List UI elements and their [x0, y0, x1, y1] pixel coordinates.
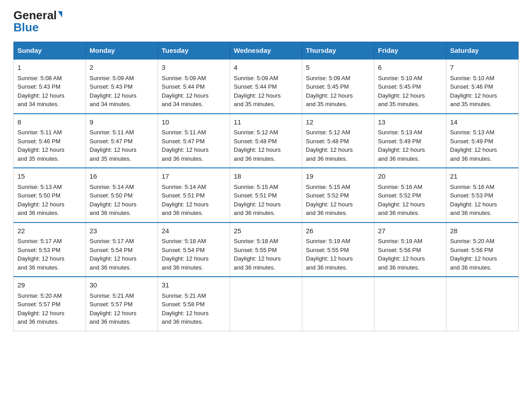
calendar-day-cell: 29 Sunrise: 5:20 AM Sunset: 5:57 PM Dayl…: [14, 277, 86, 331]
calendar-day-cell: 4 Sunrise: 5:09 AM Sunset: 5:44 PM Dayli…: [230, 59, 302, 114]
day-sunrise: Sunrise: 5:12 AM: [306, 129, 350, 136]
day-sunset: Sunset: 5:52 PM: [306, 192, 349, 199]
day-daylight-cont: and 35 minutes.: [378, 101, 420, 107]
day-sunset: Sunset: 5:56 PM: [450, 247, 493, 253]
day-daylight-cont: and 36 minutes.: [306, 155, 348, 162]
calendar-day-cell: 31 Sunrise: 5:21 AM Sunset: 5:58 PM Dayl…: [158, 277, 230, 331]
day-sunset: Sunset: 5:49 PM: [378, 138, 421, 145]
day-daylight-cont: and 35 minutes.: [450, 101, 492, 107]
calendar-day-cell: 2 Sunrise: 5:09 AM Sunset: 5:43 PM Dayli…: [86, 59, 158, 114]
day-daylight: Daylight: 12 hours: [162, 310, 209, 317]
calendar-header-row: SundayMondayTuesdayWednesdayThursdayFrid…: [14, 42, 519, 60]
day-daylight: Daylight: 12 hours: [234, 255, 281, 262]
day-daylight-cont: and 36 minutes.: [90, 210, 131, 216]
calendar-day-cell: 20 Sunrise: 5:16 AM Sunset: 5:52 PM Dayl…: [374, 168, 446, 223]
day-daylight-cont: and 34 minutes.: [162, 101, 203, 107]
day-sunset: Sunset: 5:50 PM: [90, 192, 133, 199]
calendar-day-cell: 12 Sunrise: 5:12 AM Sunset: 5:48 PM Dayl…: [302, 114, 374, 168]
day-daylight-cont: and 36 minutes.: [234, 210, 275, 216]
day-sunset: Sunset: 5:58 PM: [162, 301, 205, 308]
calendar-day-cell: 18 Sunrise: 5:15 AM Sunset: 5:51 PM Dayl…: [230, 168, 302, 223]
calendar-week-row: 1 Sunrise: 5:08 AM Sunset: 5:43 PM Dayli…: [14, 59, 519, 114]
day-daylight-cont: and 36 minutes.: [17, 210, 59, 216]
day-sunset: Sunset: 5:55 PM: [234, 247, 277, 253]
day-sunrise: Sunrise: 5:13 AM: [378, 129, 422, 136]
day-sunrise: Sunrise: 5:11 AM: [90, 129, 134, 136]
day-daylight: Daylight: 12 hours: [17, 201, 64, 208]
calendar-week-row: 8 Sunrise: 5:11 AM Sunset: 5:46 PM Dayli…: [14, 114, 519, 168]
day-number: 6: [378, 63, 442, 73]
col-header-saturday: Saturday: [446, 42, 519, 60]
day-sunset: Sunset: 5:46 PM: [450, 83, 493, 90]
calendar-week-row: 29 Sunrise: 5:20 AM Sunset: 5:57 PM Dayl…: [14, 277, 519, 331]
day-sunrise: Sunrise: 5:19 AM: [378, 238, 422, 244]
day-sunrise: Sunrise: 5:17 AM: [90, 238, 134, 244]
day-sunset: Sunset: 5:50 PM: [17, 192, 60, 199]
day-sunset: Sunset: 5:53 PM: [17, 247, 60, 253]
day-daylight: Daylight: 12 hours: [90, 201, 137, 208]
logo: General Blue: [13, 9, 62, 34]
day-daylight-cont: and 36 minutes.: [17, 318, 59, 325]
day-number: 4: [234, 63, 298, 73]
day-daylight: Daylight: 12 hours: [90, 255, 137, 262]
day-sunset: Sunset: 5:57 PM: [17, 301, 60, 308]
day-number: 8: [17, 117, 82, 128]
day-daylight: Daylight: 12 hours: [17, 255, 64, 262]
day-daylight-cont: and 36 minutes.: [90, 318, 131, 325]
day-sunrise: Sunrise: 5:20 AM: [450, 238, 494, 244]
calendar-day-cell: 26 Sunrise: 5:19 AM Sunset: 5:55 PM Dayl…: [302, 223, 374, 277]
calendar-table: SundayMondayTuesdayWednesdayThursdayFrid…: [13, 42, 519, 331]
col-header-wednesday: Wednesday: [230, 42, 302, 60]
calendar-week-row: 15 Sunrise: 5:13 AM Sunset: 5:50 PM Dayl…: [14, 168, 519, 223]
calendar-day-cell: 10 Sunrise: 5:11 AM Sunset: 5:47 PM Dayl…: [158, 114, 230, 168]
day-daylight: Daylight: 12 hours: [17, 146, 64, 153]
calendar-day-cell: 8 Sunrise: 5:11 AM Sunset: 5:46 PM Dayli…: [14, 114, 86, 168]
day-sunrise: Sunrise: 5:14 AM: [90, 184, 134, 190]
day-number: 11: [234, 117, 298, 128]
day-sunrise: Sunrise: 5:17 AM: [17, 238, 62, 244]
day-daylight-cont: and 36 minutes.: [90, 264, 131, 271]
day-daylight-cont: and 35 minutes.: [234, 101, 275, 107]
day-daylight-cont: and 36 minutes.: [234, 264, 275, 271]
day-number: 19: [306, 171, 370, 182]
day-daylight-cont: and 36 minutes.: [378, 210, 420, 216]
calendar-day-cell: 22 Sunrise: 5:17 AM Sunset: 5:53 PM Dayl…: [14, 223, 86, 277]
calendar-day-cell: 23 Sunrise: 5:17 AM Sunset: 5:54 PM Dayl…: [86, 223, 158, 277]
day-number: 18: [234, 171, 298, 182]
day-sunrise: Sunrise: 5:19 AM: [306, 238, 350, 244]
calendar-day-cell: 1 Sunrise: 5:08 AM Sunset: 5:43 PM Dayli…: [14, 59, 86, 114]
day-sunset: Sunset: 5:51 PM: [162, 192, 205, 199]
day-number: 20: [378, 171, 442, 182]
day-sunrise: Sunrise: 5:18 AM: [234, 238, 278, 244]
day-daylight: Daylight: 12 hours: [306, 146, 353, 153]
day-daylight: Daylight: 12 hours: [17, 310, 64, 317]
day-sunset: Sunset: 5:44 PM: [162, 83, 205, 90]
day-daylight: Daylight: 12 hours: [162, 201, 209, 208]
day-sunrise: Sunrise: 5:13 AM: [17, 184, 62, 190]
day-sunrise: Sunrise: 5:14 AM: [162, 184, 206, 190]
day-daylight: Daylight: 12 hours: [378, 146, 425, 153]
calendar-day-cell: 14 Sunrise: 5:13 AM Sunset: 5:49 PM Dayl…: [446, 114, 519, 168]
col-header-sunday: Sunday: [14, 42, 86, 60]
day-daylight-cont: and 35 minutes.: [306, 101, 348, 107]
day-sunrise: Sunrise: 5:15 AM: [306, 184, 350, 190]
day-number: 7: [450, 63, 515, 73]
day-sunrise: Sunrise: 5:09 AM: [306, 75, 350, 81]
day-sunrise: Sunrise: 5:10 AM: [378, 75, 422, 81]
day-daylight: Daylight: 12 hours: [306, 201, 353, 208]
calendar-day-cell: 16 Sunrise: 5:14 AM Sunset: 5:50 PM Dayl…: [86, 168, 158, 223]
day-daylight: Daylight: 12 hours: [234, 92, 281, 99]
day-number: 15: [17, 171, 82, 182]
day-sunrise: Sunrise: 5:21 AM: [162, 292, 206, 299]
day-sunrise: Sunrise: 5:16 AM: [378, 184, 422, 190]
calendar-day-cell: 19 Sunrise: 5:15 AM Sunset: 5:52 PM Dayl…: [302, 168, 374, 223]
col-header-monday: Monday: [86, 42, 158, 60]
day-number: 16: [90, 171, 154, 182]
day-daylight: Daylight: 12 hours: [234, 201, 281, 208]
day-daylight-cont: and 36 minutes.: [378, 264, 420, 271]
day-daylight: Daylight: 12 hours: [378, 92, 425, 99]
day-daylight: Daylight: 12 hours: [162, 146, 209, 153]
calendar-day-cell: 17 Sunrise: 5:14 AM Sunset: 5:51 PM Dayl…: [158, 168, 230, 223]
calendar-day-cell: 28 Sunrise: 5:20 AM Sunset: 5:56 PM Dayl…: [446, 223, 519, 277]
day-number: 31: [162, 280, 226, 291]
